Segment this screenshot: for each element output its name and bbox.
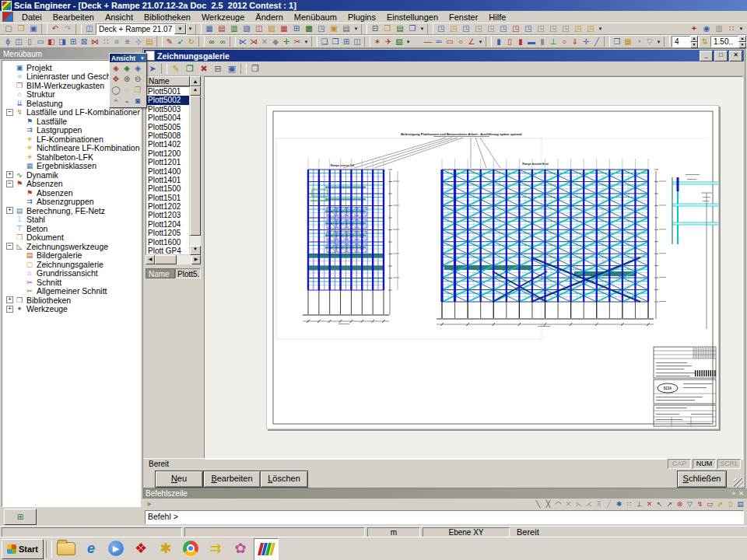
- plot-list-item[interactable]: Plott1203: [146, 211, 189, 219]
- unit-cell[interactable]: m: [367, 527, 420, 537]
- filter-icon[interactable]: ▽: [644, 37, 655, 47]
- connection-tool-icon[interactable]: ⋈: [89, 37, 100, 47]
- plot-list-item[interactable]: Plott GP4: [146, 247, 189, 255]
- system-tools-icon[interactable]: ✱: [154, 538, 177, 559]
- print-dropdown[interactable]: ▼: [419, 23, 426, 34]
- ansicht-titlebar[interactable]: Ansicht ▼: [110, 54, 146, 62]
- plot-list-hscrollbar[interactable]: ◀ ▶: [146, 255, 201, 264]
- resize-grip[interactable]: [734, 478, 743, 488]
- tree-item-stahl[interactable]: ⌶Stahl: [2, 215, 140, 225]
- view-persp-icon[interactable]: ◳: [559, 23, 572, 34]
- support-icon[interactable]: ⊥: [548, 37, 559, 47]
- view-bottom-icon[interactable]: ◳: [547, 23, 559, 34]
- file-explorer-icon[interactable]: [54, 538, 78, 559]
- close-button[interactable]: ✕: [729, 51, 742, 61]
- snap-point-icon[interactable]: ✱: [614, 499, 624, 509]
- start-button[interactable]: Start: [2, 539, 44, 559]
- node-icon[interactable]: ✛: [580, 37, 591, 47]
- connect-icon[interactable]: ⋉: [237, 37, 248, 47]
- grid-tool-icon[interactable]: ⊞: [68, 37, 79, 47]
- axonometry-icon[interactable]: ✥: [110, 74, 121, 85]
- plane-cell[interactable]: Ebene XY: [423, 527, 510, 537]
- snap-near-icon[interactable]: ↖: [654, 499, 665, 509]
- crosssection-tool-icon[interactable]: ⊠: [79, 37, 89, 47]
- maximize-button[interactable]: □: [714, 51, 728, 61]
- snap-flash-icon[interactable]: ↯: [695, 499, 705, 509]
- property-name-value[interactable]: Plott5..: [175, 268, 201, 278]
- hinge-icon[interactable]: ○: [559, 37, 570, 47]
- beam-member-icon[interactable]: ▮: [493, 37, 504, 47]
- save-icon[interactable]: ▣: [27, 23, 40, 34]
- scroll-down-icon[interactable]: ▼: [190, 246, 201, 255]
- delete-button[interactable]: Löschen: [260, 471, 308, 488]
- expand-icon[interactable]: +: [6, 171, 13, 178]
- menu-datei[interactable]: Datei: [16, 12, 47, 23]
- snap-off-icon[interactable]: ✕: [563, 499, 573, 509]
- tile-icon[interactable]: ❐: [330, 37, 341, 47]
- snap-circle-icon[interactable]: ⊗: [675, 499, 685, 509]
- collapse-icon[interactable]: −: [6, 180, 13, 187]
- gusset-icon[interactable]: ◆: [270, 37, 281, 47]
- tree-item-nichtlineare-lf-kombinationen[interactable]: ✳Nichtlineare LF-Kombinationen: [2, 144, 140, 153]
- catalog-tool-icon[interactable]: ▤: [144, 37, 155, 47]
- plate-member-icon[interactable]: ▬: [526, 37, 537, 47]
- toolbar-options-dropdown[interactable]: ▼: [187, 23, 194, 34]
- snap-cross-icon[interactable]: ╳: [543, 499, 553, 509]
- polyline-icon[interactable]: ═: [433, 37, 444, 47]
- menu-ndern[interactable]: Ändern: [250, 12, 288, 23]
- column-member-icon[interactable]: ▯: [504, 37, 515, 47]
- tree-item-ergebnisklassen[interactable]: ▦Ergebnisklassen: [2, 162, 140, 171]
- snap-intersect-icon[interactable]: ✕: [644, 499, 654, 509]
- save-plot-icon[interactable]: ▣: [225, 62, 239, 75]
- zoom-window-icon[interactable]: ◯: [110, 85, 121, 96]
- link-icon[interactable]: ∞: [206, 37, 217, 47]
- scroll-up-icon[interactable]: ▲: [190, 86, 201, 96]
- plot-list-item[interactable]: Plott1400: [146, 167, 189, 176]
- gallery-titlebar[interactable]: Zeichnungsgalerie _ □ ✕: [144, 50, 744, 61]
- fly-mode-icon[interactable]: ✶: [372, 37, 383, 47]
- view-front-icon[interactable]: ◳: [485, 23, 497, 34]
- new-button[interactable]: Neu: [155, 471, 203, 488]
- drawing-canvas[interactable]: Befestigung Plattformen und Betonstützen…: [204, 76, 743, 460]
- active-layer-field[interactable]: 4▲▼: [672, 36, 700, 47]
- menu-bearbeiten[interactable]: Bearbeiten: [47, 12, 100, 23]
- plot-list-item[interactable]: Plott5008: [146, 131, 189, 140]
- modify-icon[interactable]: ✎: [164, 37, 175, 47]
- delete-plot-icon[interactable]: ✖: [197, 62, 211, 75]
- view-3d-icon[interactable]: ◳: [315, 23, 328, 34]
- expand-icon[interactable]: +: [6, 306, 13, 313]
- snap-box-icon[interactable]: ▭: [705, 499, 715, 509]
- plot-list-item[interactable]: Plott1501: [146, 194, 189, 202]
- plot-list-item[interactable]: Plott1204: [146, 220, 189, 229]
- raster-tool-icon[interactable]: ⌗: [111, 37, 122, 47]
- menu-plugins[interactable]: Plugins: [342, 12, 381, 23]
- activity-icon[interactable]: ▧: [394, 37, 405, 47]
- snap-perp-icon[interactable]: ⊥: [634, 499, 644, 509]
- angle-icon[interactable]: ∠: [466, 37, 477, 47]
- tree-item-dokument[interactable]: ❒Dokument: [2, 233, 140, 243]
- tools-dropdown[interactable]: ▼: [655, 37, 662, 47]
- gallery-icon[interactable]: ◫: [253, 23, 265, 34]
- layers-icon[interactable]: ▤: [340, 23, 352, 34]
- views-dropdown[interactable]: ▼: [597, 23, 604, 34]
- tree-item-lf-kombinationen[interactable]: ✳LF-Kombinationen: [2, 135, 140, 144]
- vscroll-thumb[interactable]: [190, 96, 201, 236]
- plot-list-item[interactable]: Plott1500: [146, 184, 189, 193]
- view-right-icon[interactable]: ◳: [522, 23, 535, 34]
- menu-bibliotheken[interactable]: Bibliotheken: [139, 12, 196, 23]
- print-icon[interactable]: ⊟: [369, 23, 381, 34]
- plot-list-item[interactable]: Plott1401: [146, 176, 189, 184]
- snap-plane-icon[interactable]: ▯: [725, 499, 735, 509]
- plot-list-header[interactable]: Name: [146, 76, 190, 86]
- tree-item-bildergalerie[interactable]: ▤Bildergalerie: [2, 251, 140, 261]
- view-xy-icon[interactable]: ◳: [460, 23, 472, 34]
- view-cube-icon[interactable]: ◙: [132, 96, 143, 107]
- view-yz-icon[interactable]: ◳: [447, 23, 460, 34]
- tree-item-absenzgruppen[interactable]: ⇉Absenzgruppen: [2, 198, 140, 207]
- print-plot-icon[interactable]: ⊟: [211, 62, 225, 75]
- close-dialog-button[interactable]: Schließen: [677, 471, 727, 488]
- bim-dropdown[interactable]: ▼: [738, 23, 745, 34]
- plot-list-item[interactable]: Plott1202: [146, 202, 189, 211]
- calculation-icon[interactable]: ▦: [203, 23, 216, 34]
- zoom-selection-icon[interactable]: ◉: [700, 23, 713, 34]
